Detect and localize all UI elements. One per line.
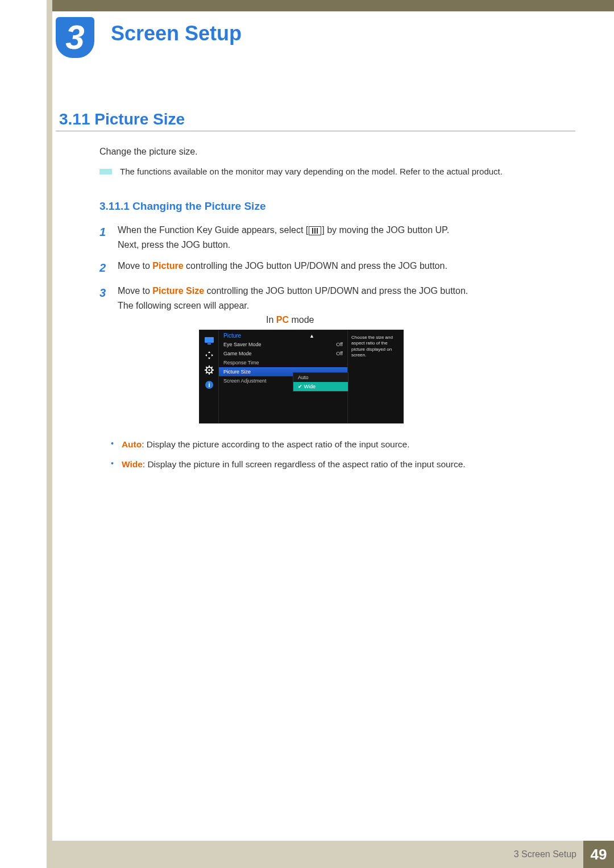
info-icon: i [204,380,214,389]
step-body: Move to Picture Size controlling the JOG… [118,284,468,313]
arrow-up-icon: ▲ [309,333,314,339]
subsection-heading: 3.11.1 Changing the Picture Size [99,200,265,213]
step-text-post: controlling the JOG button UP/DOWN and p… [204,286,468,296]
menu-icon [309,226,321,235]
note-text: The functions available on the monitor m… [120,167,503,176]
chapter-badge: 3 [56,17,94,58]
bullet-body: Wide: Display the picture in full screen… [122,458,466,471]
top-band [52,0,614,11]
osd-item-label: Screen Adjustment [223,378,267,384]
svg-rect-0 [205,337,214,343]
osd-item-game-mode: Game Mode Off [219,349,347,358]
mode-post: mode [289,315,314,325]
osd-sidebar: i [200,330,219,423]
step-number: 1 [99,223,107,252]
note-row: The functions available on the monitor m… [99,167,575,176]
osd-item-label: Game Mode [223,351,252,356]
section-heading: 3.11 Picture Size [59,110,185,128]
osd-item-eye-saver: Eye Saver Mode Off [219,340,347,349]
osd-item-label: Response Time [223,360,259,366]
step-body: Move to Picture controlling the JOG butt… [118,259,447,277]
bullet-wide: • Wide: Display the picture in full scre… [111,458,575,471]
bullet-auto: • Auto: Display the picture according to… [111,438,575,451]
footer-chapter-label: 3 Screen Setup [514,849,576,859]
mode-pre: In [266,315,276,325]
osd-option-auto: Auto [293,373,348,382]
steps-list: 1 When the Function Key Guide appears, s… [99,223,575,319]
mode-key: PC [276,315,289,325]
step-number: 3 [99,284,107,313]
bullet-keyword: Auto [122,439,142,449]
step-text-pre: Move to [118,261,152,271]
step-number: 2 [99,259,107,277]
osd-item-value: Off [336,342,343,347]
step-text-pre: When the Function Key Guide appears, sel… [118,225,308,235]
bullet-text: : Display the picture according to the a… [142,439,409,449]
step-text-post: ] by moving the JOG button UP. [322,225,449,235]
mode-label: In PC mode [266,315,314,325]
bullet-keyword: Wide [122,459,143,469]
osd-screenshot: i Picture ▲ Eye Saver Mode Off Game Mode… [199,330,404,423]
bullets-list: • Auto: Display the picture according to… [111,438,575,478]
gear-icon [204,366,214,375]
osd-main: Picture ▲ Eye Saver Mode Off Game Mode O… [219,330,347,423]
svg-rect-1 [208,343,211,344]
intro-text: Change the picture size. [99,147,198,157]
left-margin-strip [47,0,52,841]
svg-text:i: i [208,381,210,388]
osd-header: Picture ▲ [219,330,347,340]
chapter-number: 3 [65,20,84,55]
osd-help-text: Choose the size and aspect ratio of the … [351,335,393,358]
svg-point-3 [208,369,210,371]
osd-item-label: Eye Saver Mode [223,342,262,347]
osd-header-label: Picture [223,333,241,339]
footer-band: 3 Screen Setup 49 [47,841,614,868]
bullet-dot-icon: • [111,438,114,451]
osd-help-panel: Choose the size and aspect ratio of the … [347,330,403,423]
step-keyword: Picture [152,261,183,271]
footer-page-number: 49 [583,841,614,868]
step-2: 2 Move to Picture controlling the JOG bu… [99,259,575,277]
step-text-post: controlling the JOG button UP/DOWN and p… [184,261,447,271]
step-text-line2: Next, press the JOG button. [118,240,230,250]
chapter-title: Screen Setup [111,22,242,45]
step-text-line2: The following screen will appear. [118,301,249,310]
osd-item-label: Picture Size [223,369,251,375]
step-text-pre: Move to [118,286,152,296]
step-3: 3 Move to Picture Size controlling the J… [99,284,575,313]
monitor-icon [204,336,214,345]
osd-item-response-time: Response Time [219,358,347,367]
bullet-text: : Display the picture in full screen reg… [143,459,466,469]
step-keyword: Picture Size [152,286,204,296]
osd-item-value: Off [336,351,343,356]
step-body: When the Function Key Guide appears, sel… [118,223,449,252]
section-divider [56,131,575,131]
bullet-dot-icon: • [111,458,114,471]
bullet-body: Auto: Display the picture according to t… [122,438,410,451]
osd-popup: Auto Wide [293,372,349,392]
osd-option-wide: Wide [293,382,348,391]
step-1: 1 When the Function Key Guide appears, s… [99,223,575,252]
arrows-icon [204,351,214,360]
note-swatch-icon [99,169,112,175]
